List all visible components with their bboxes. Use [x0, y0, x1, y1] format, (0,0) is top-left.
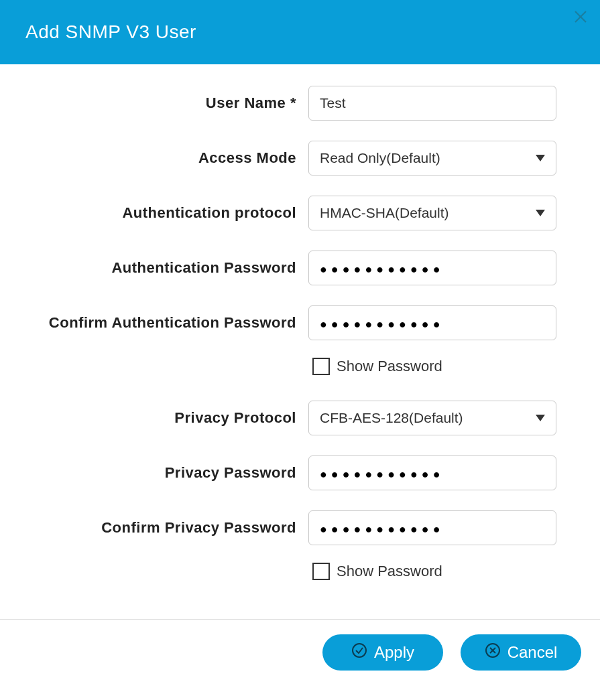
apply-button-label: Apply — [374, 643, 414, 662]
auth-protocol-select[interactable]: HMAC-SHA(Default) — [308, 196, 556, 230]
row-confirm-privacy-password: Confirm Privacy Password ●●●●●●●●●●● — [0, 510, 600, 545]
auth-protocol-value: HMAC-SHA(Default) — [320, 205, 529, 221]
confirm-privacy-password-input[interactable]: ●●●●●●●●●●● — [308, 510, 556, 545]
row-confirm-auth-password: Confirm Authentication Password ●●●●●●●●… — [0, 305, 600, 340]
confirm-auth-password-mask: ●●●●●●●●●●● — [320, 315, 444, 332]
show-auth-password-label: Show Password — [337, 358, 442, 375]
access-mode-select[interactable]: Read Only(Default) — [308, 141, 556, 176]
label-auth-password: Authentication Password — [0, 259, 308, 277]
confirm-privacy-password-mask: ●●●●●●●●●●● — [320, 520, 444, 537]
label-user-name: User Name * — [0, 94, 308, 112]
show-privacy-password-label: Show Password — [337, 563, 442, 580]
privacy-protocol-select[interactable]: CFB-AES-128(Default) — [308, 401, 556, 435]
chevron-down-icon — [536, 210, 545, 216]
label-confirm-auth-password: Confirm Authentication Password — [0, 314, 308, 332]
user-name-input[interactable] — [308, 86, 556, 121]
privacy-password-mask: ●●●●●●●●●●● — [320, 465, 444, 482]
svg-point-2 — [353, 644, 366, 657]
apply-button[interactable]: Apply — [322, 634, 443, 671]
privacy-password-input[interactable]: ●●●●●●●●●●● — [308, 456, 556, 490]
dialog-title: Add SNMP V3 User — [25, 21, 196, 43]
row-privacy-protocol: Privacy Protocol CFB-AES-128(Default) — [0, 401, 600, 435]
row-privacy-password: Privacy Password ●●●●●●●●●●● — [0, 456, 600, 490]
label-confirm-privacy-password: Confirm Privacy Password — [0, 519, 308, 537]
snmp-user-form: User Name * Access Mode Read Only(Defaul… — [0, 64, 600, 619]
label-access-mode: Access Mode — [0, 149, 308, 167]
row-user-name: User Name * — [0, 86, 600, 121]
auth-password-mask: ●●●●●●●●●●● — [320, 260, 444, 277]
dialog-header: Add SNMP V3 User — [0, 0, 600, 64]
row-auth-protocol: Authentication protocol HMAC-SHA(Default… — [0, 196, 600, 230]
privacy-protocol-value: CFB-AES-128(Default) — [320, 410, 529, 426]
access-mode-value: Read Only(Default) — [320, 150, 529, 166]
row-access-mode: Access Mode Read Only(Default) — [0, 141, 600, 176]
label-privacy-protocol: Privacy Protocol — [0, 409, 308, 427]
show-privacy-password-checkbox[interactable] — [312, 563, 330, 580]
dialog-footer: Apply Cancel — [0, 620, 600, 671]
chevron-down-icon — [536, 415, 545, 421]
confirm-auth-password-input[interactable]: ●●●●●●●●●●● — [308, 305, 556, 340]
show-auth-password-checkbox[interactable] — [312, 358, 330, 375]
x-circle-icon — [485, 642, 501, 662]
row-auth-password: Authentication Password ●●●●●●●●●●● — [0, 251, 600, 285]
row-show-privacy-password: Show Password — [312, 563, 600, 580]
row-show-auth-password: Show Password — [312, 358, 600, 375]
chevron-down-icon — [536, 155, 545, 161]
cancel-button[interactable]: Cancel — [461, 634, 581, 671]
cancel-button-label: Cancel — [507, 643, 558, 662]
label-privacy-password: Privacy Password — [0, 464, 308, 482]
label-auth-protocol: Authentication protocol — [0, 204, 308, 222]
close-icon[interactable] — [573, 9, 588, 24]
check-circle-icon — [351, 642, 367, 662]
auth-password-input[interactable]: ●●●●●●●●●●● — [308, 251, 556, 285]
